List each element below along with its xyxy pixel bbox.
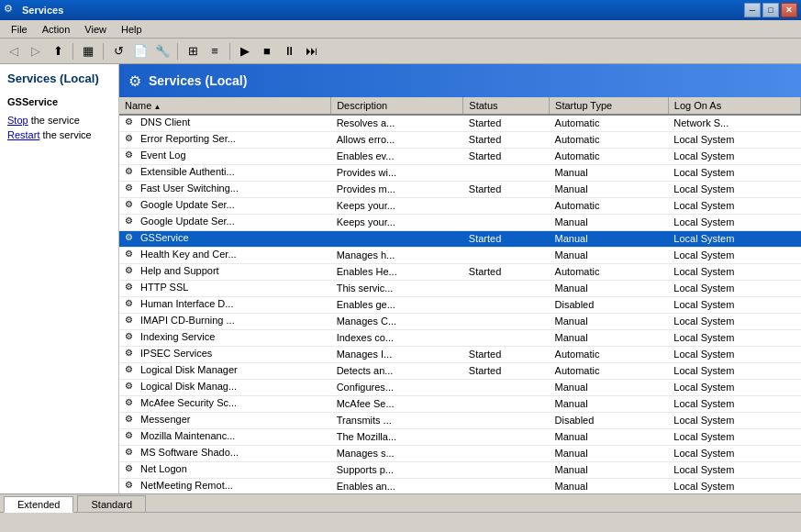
table-row[interactable]: ⚙Messenger Transmits ... Disabled Local … [119, 412, 801, 428]
detail-button[interactable]: ≡ [205, 41, 225, 61]
cell-startup: Manual [550, 395, 669, 412]
cell-logon: Local System [668, 362, 800, 379]
bottom-tabs: Extended Standard [0, 493, 801, 512]
table-row[interactable]: ⚙Google Update Ser... Keeps your... Auto… [119, 197, 801, 214]
cell-name: ⚙Event Log [119, 148, 331, 164]
play-button[interactable]: ▶ [235, 41, 255, 61]
selected-service-name: GSService [7, 96, 111, 107]
properties-button[interactable]: 🔧 [152, 41, 172, 61]
cell-desc: Supports p... [331, 461, 463, 478]
refresh-button[interactable]: ↺ [108, 41, 128, 61]
menu-view[interactable]: View [77, 22, 114, 37]
cell-startup: Automatic [550, 346, 669, 362]
cell-name: ⚙MS Software Shado... [119, 445, 331, 461]
status-bar [0, 512, 801, 530]
table-row[interactable]: ⚙Error Reporting Ser... Allows erro... S… [119, 131, 801, 148]
cell-logon: Local System [668, 148, 800, 164]
cell-startup: Manual [550, 280, 669, 296]
table-row[interactable]: ⚙Logical Disk Manager Detects an... Star… [119, 362, 801, 379]
th-startup-type[interactable]: Startup Type [550, 97, 669, 115]
table-row[interactable]: ⚙Health Key and Cer... Manages h... Manu… [119, 247, 801, 263]
cell-logon: Local System [668, 412, 800, 428]
cell-desc: This servic... [331, 280, 463, 296]
th-status[interactable]: Status [463, 97, 550, 115]
service-icon: ⚙ [125, 183, 138, 195]
stop-button[interactable]: ■ [257, 41, 277, 61]
pause-button[interactable]: ⏸ [279, 41, 299, 61]
cell-startup: Automatic [550, 362, 669, 379]
table-row[interactable]: ⚙MS Software Shado... Manages s... Manua… [119, 445, 801, 461]
cell-status [463, 247, 550, 263]
cell-desc: Manages C... [331, 313, 463, 329]
tab-standard[interactable]: Standard [77, 495, 146, 512]
tab-extended[interactable]: Extended [4, 496, 73, 513]
cell-logon: Local System [668, 379, 800, 395]
separator-3 [177, 43, 178, 60]
minimize-button[interactable]: ─ [744, 3, 761, 17]
menu-help[interactable]: Help [114, 22, 150, 37]
cell-name: ⚙Indexing Service [119, 329, 331, 346]
show-hide-button[interactable]: ▦ [78, 41, 98, 61]
service-icon: ⚙ [125, 348, 138, 360]
title-bar: ⚙ Services ─ □ ✕ [0, 0, 801, 20]
table-row[interactable]: ⚙NetMeeting Remot... Enables an... Manua… [119, 478, 801, 493]
back-button[interactable]: ◁ [4, 41, 24, 61]
cell-name: ⚙Help and Support [119, 263, 331, 280]
table-row[interactable]: ⚙Indexing Service Indexes co... Manual L… [119, 329, 801, 346]
restart-button[interactable]: ⏭ [301, 41, 321, 61]
cell-logon: Local System [668, 131, 800, 148]
cell-name: ⚙IMAPI CD-Burning ... [119, 313, 331, 329]
table-row[interactable]: ⚙HTTP SSL This servic... Manual Local Sy… [119, 280, 801, 296]
table-row[interactable]: ⚙IPSEC Services Manages I... Started Aut… [119, 346, 801, 362]
up-button[interactable]: ⬆ [48, 41, 68, 61]
table-row[interactable]: ⚙Net Logon Supports p... Manual Local Sy… [119, 461, 801, 478]
left-panel-service-info: GSService Stop the service Restart the s… [7, 96, 111, 140]
table-row[interactable]: ⚙Human Interface D... Enables ge... Disa… [119, 296, 801, 313]
cell-status [463, 197, 550, 214]
cell-startup: Manual [550, 313, 669, 329]
menu-action[interactable]: Action [35, 22, 78, 37]
maximize-button[interactable]: □ [762, 3, 779, 17]
cell-logon: Local System [668, 313, 800, 329]
cell-desc: Provides wi... [331, 164, 463, 181]
stop-link[interactable]: Stop [7, 115, 28, 126]
services-table: Name Description Status Startup Type Log… [119, 97, 801, 493]
menu-file[interactable]: File [4, 22, 35, 37]
table-row[interactable]: ⚙Google Update Ser... Keeps your... Manu… [119, 214, 801, 230]
cell-status [463, 428, 550, 445]
th-description[interactable]: Description [331, 97, 463, 115]
cell-desc: Keeps your... [331, 197, 463, 214]
cell-name: ⚙Health Key and Cer... [119, 247, 331, 263]
cell-name: ⚙DNS Client [119, 115, 331, 131]
service-icon: ⚙ [125, 430, 138, 443]
table-row[interactable]: ⚙Fast User Switching... Provides m... St… [119, 181, 801, 197]
cell-logon: Local System [668, 329, 800, 346]
cell-status [463, 445, 550, 461]
cell-name: ⚙McAfee Security Sc... [119, 395, 331, 412]
th-log-on-as[interactable]: Log On As [668, 97, 800, 115]
table-row[interactable]: ⚙Event Log Enables ev... Started Automat… [119, 148, 801, 164]
service-icon: ⚙ [125, 232, 138, 245]
table-row[interactable]: ⚙IMAPI CD-Burning ... Manages C... Manua… [119, 313, 801, 329]
table-row[interactable]: ⚙Mozilla Maintenanc... The Mozilla... Ma… [119, 428, 801, 445]
service-icon: ⚙ [125, 364, 138, 377]
forward-button[interactable]: ▷ [26, 41, 46, 61]
table-row[interactable]: ⚙Logical Disk Manag... Configures... Man… [119, 379, 801, 395]
table-row[interactable]: ⚙Extensible Authenti... Provides wi... M… [119, 164, 801, 181]
table-row[interactable]: ⚙McAfee Security Sc... McAfee Se... Manu… [119, 395, 801, 412]
cell-logon: Local System [668, 445, 800, 461]
services-table-container[interactable]: Name Description Status Startup Type Log… [119, 97, 801, 493]
table-row[interactable]: ⚙Help and Support Enables He... Started … [119, 263, 801, 280]
restart-link[interactable]: Restart [7, 129, 39, 140]
view-button[interactable]: ⊞ [183, 41, 203, 61]
cell-status [463, 329, 550, 346]
export-button[interactable]: 📄 [130, 41, 150, 61]
service-icon: ⚙ [125, 447, 138, 460]
close-button[interactable]: ✕ [781, 3, 797, 17]
service-icon: ⚙ [125, 116, 138, 129]
th-name[interactable]: Name [119, 97, 331, 115]
title-bar-text: Services [22, 5, 744, 16]
table-row[interactable]: ⚙DNS Client Resolves a... Started Automa… [119, 115, 801, 131]
table-row[interactable]: ⚙GSService Started Manual Local System [119, 230, 801, 247]
right-panel: ⚙ Services (Local) Name Description Stat… [119, 64, 801, 493]
